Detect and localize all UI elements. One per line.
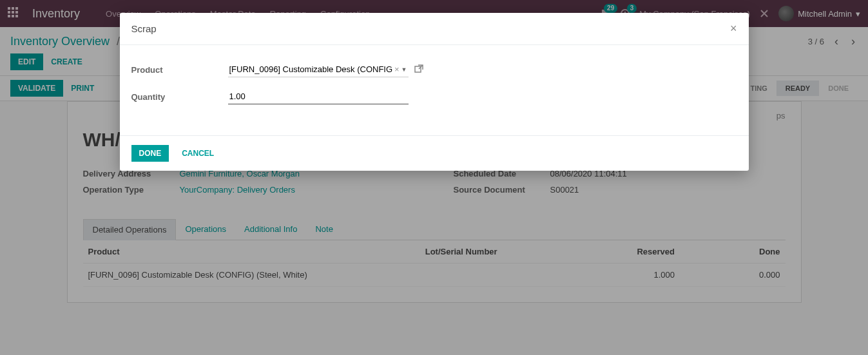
- product-label: Product: [131, 65, 228, 75]
- done-button[interactable]: DONE: [131, 145, 169, 162]
- quantity-input[interactable]: [228, 89, 409, 104]
- dropdown-caret-icon[interactable]: ▼: [401, 66, 407, 73]
- clear-icon[interactable]: ×: [394, 64, 400, 74]
- modal-title: Scrap: [131, 23, 157, 34]
- modal-close-button[interactable]: ×: [730, 22, 737, 35]
- cancel-button[interactable]: CANCEL: [175, 145, 220, 162]
- scrap-modal: Scrap × Product × ▼ Quantity DONE CANCEL: [120, 13, 749, 171]
- external-link-icon[interactable]: [414, 64, 424, 76]
- quantity-label: Quantity: [131, 92, 228, 102]
- product-input[interactable]: [228, 62, 409, 77]
